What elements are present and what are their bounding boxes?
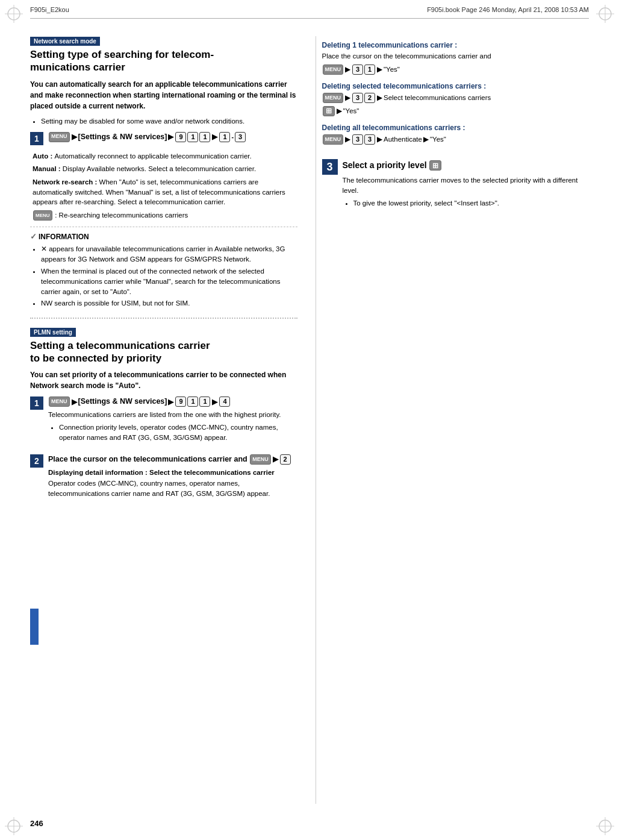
- delete-selected-section: Deleting selected telecommunications car…: [322, 82, 589, 116]
- step3-desc: The telecommunications carrier moves to …: [343, 175, 589, 195]
- delete-sel-menu-key: MENU: [323, 93, 344, 103]
- menu-key-1: MENU: [49, 132, 70, 142]
- delete-selected-keys2: ⊞ ▶ "Yes": [322, 105, 589, 116]
- step1-content: MENU ▶ [Settings & NW services] ▶ 9 1 1 …: [48, 131, 297, 145]
- plmn-step2-content: Place the cursor on the telecommunicatio…: [48, 454, 297, 501]
- step3-container: 3 Select a priority level ⊞ The telecomm…: [322, 159, 589, 213]
- plmn-step1-text: [Settings & NW services]: [78, 396, 167, 407]
- key-1-2: 1: [199, 132, 210, 142]
- plmn-menu-key: MENU: [49, 396, 70, 407]
- option-menu-icon: MENU : Re-searching telecommunications c…: [33, 210, 297, 221]
- delete-all-menu-key: MENU: [323, 134, 344, 145]
- plmn-step2-sub: Displaying detail information : Select t…: [48, 468, 297, 477]
- information-section: ✓ INFORMATION ✕ appears for unavailable …: [30, 227, 297, 309]
- plmn-step2-instruction: Place the cursor on the telecommunicatio…: [48, 454, 297, 465]
- option-network-research: Network re-search : When "Auto" is set, …: [33, 177, 297, 207]
- header-filename: F905i_E2kou: [30, 6, 69, 13]
- info-bullet-2: When the terminal is placed out of the c…: [41, 266, 297, 298]
- option-auto: Auto : Automatically reconnect to applic…: [33, 151, 297, 161]
- option-manual: Manual : Display Available networks. Sel…: [33, 164, 297, 174]
- delete-all-section: Deleting all telecommunications carriers…: [322, 124, 589, 145]
- step3-text: Select a priority level: [343, 159, 429, 172]
- step3-container-outer: 3 Select a priority level ⊞ The telecomm…: [322, 159, 589, 213]
- plmn-body: You can set priority of a telecommunicat…: [30, 369, 297, 391]
- delete-sel-key-2: 2: [364, 93, 375, 103]
- left-column: Network search mode Setting type of sear…: [30, 36, 303, 804]
- plmn-step1-bullets: Connection priority levels, operator cod…: [59, 422, 297, 444]
- info-bullet-1: ✕ appears for unavailable telecommunicat…: [41, 244, 297, 265]
- step3-number: 3: [322, 159, 338, 175]
- checkmark-icon: ✓: [30, 232, 37, 241]
- menu-icon-small: MENU: [33, 210, 52, 221]
- delete-all-key-3: 3: [352, 134, 363, 145]
- plmn-key-1-2: 1: [199, 396, 210, 407]
- delete-1-section: Deleting 1 telecommunications carrier : …: [322, 41, 589, 75]
- info-bullets: ✕ appears for unavailable telecommunicat…: [41, 244, 297, 309]
- plmn-badge: PLMN setting: [30, 328, 76, 337]
- step3-instruction: Select a priority level ⊞: [343, 159, 589, 172]
- content-area: Network search mode Setting type of sear…: [30, 36, 589, 804]
- plmn-key-9: 9: [175, 396, 186, 407]
- corner-mark-tr: [596, 5, 614, 23]
- info-title: INFORMATION: [39, 233, 89, 241]
- key-1-1: 1: [187, 132, 198, 142]
- page-outer: F905i_E2kou F905i.book Page 246 Monday, …: [0, 0, 619, 840]
- network-search-bullets: Setting may be disabled for some wave an…: [41, 116, 297, 127]
- plmn-key-1-1: 1: [187, 396, 198, 407]
- key-9-1: 9: [175, 132, 186, 142]
- step3-content: Select a priority level ⊞ The telecommun…: [343, 159, 589, 213]
- page-header: F905i_E2kou F905i.book Page 246 Monday, …: [30, 6, 589, 13]
- right-column: Deleting 1 telecommunications carrier : …: [316, 36, 589, 804]
- delete-1-label: Deleting 1 telecommunications carrier :: [322, 41, 589, 49]
- key-3-1: 3: [235, 132, 246, 142]
- step3-bullet-1: To give the lowest priority, select "<In…: [353, 198, 589, 208]
- step1-instruction: MENU ▶ [Settings & NW services] ▶ 9 1 1 …: [48, 131, 297, 143]
- header-book-info: F905i.book Page 246 Monday, April 21, 20…: [427, 6, 589, 13]
- plmn-step1-number: 1: [30, 396, 43, 410]
- info-bullet-3: NW search is possible for USIM, but not …: [41, 298, 297, 309]
- delete-all-yes: "Yes": [430, 134, 446, 145]
- delete-sel-yes: "Yes": [343, 106, 359, 116]
- delete-selected-keys: MENU ▶ 3 2 ▶ Select telecommunications c…: [322, 92, 589, 103]
- step1-text: [Settings & NW services]: [78, 131, 167, 143]
- key-1-3: 1: [219, 132, 230, 142]
- corner-mark-bl: [5, 817, 23, 835]
- step3-nav-key: ⊞: [429, 160, 441, 171]
- delete-sel-nav: ⊞: [323, 106, 335, 116]
- plmn-title: Setting a telecommunications carrierto b…: [30, 339, 297, 365]
- delete1-key-3: 3: [352, 64, 363, 75]
- plmn-step2-menu-key: MENU: [250, 454, 271, 465]
- delete1-menu-key: MENU: [323, 64, 344, 75]
- network-search-badge: Network search mode: [30, 37, 100, 46]
- plmn-bullet-1: Connection priority levels, operator cod…: [59, 422, 297, 444]
- network-search-body: You can automatically search for an appl…: [30, 79, 297, 111]
- delete-all-keys: MENU ▶ 3 3 ▶ Authenticate ▶ "Yes": [322, 134, 589, 145]
- delete1-yes: "Yes": [384, 64, 400, 75]
- plmn-key-4: 4: [219, 396, 230, 407]
- step3-bullets: To give the lowest priority, select "<In…: [353, 198, 589, 208]
- delete-all-key-3b: 3: [364, 134, 375, 145]
- corner-mark-tl: [5, 5, 23, 23]
- section-plmn: PLMN setting Setting a telecommunication…: [30, 327, 297, 501]
- network-search-title: Setting type of searching for telecom-mu…: [30, 48, 297, 74]
- info-header: ✓ INFORMATION: [30, 232, 297, 241]
- section-network-search: Network search mode Setting type of sear…: [30, 36, 297, 309]
- section-divider: [30, 318, 297, 319]
- plmn-step1-desc: Telecommunications carriers are listed f…: [48, 410, 297, 420]
- plmn-step1-content: MENU ▶ [Settings & NW services] ▶ 9 1 1 …: [48, 396, 297, 448]
- plmn-step2-container: 2 Place the cursor on the telecommunicat…: [30, 454, 297, 501]
- corner-mark-br: [596, 817, 614, 835]
- plmn-step2-desc: Operator codes (MCC-MNC), country names,…: [48, 478, 297, 498]
- step1-container: 1 MENU ▶ [Settings & NW services] ▶ 9 1 …: [30, 131, 297, 145]
- delete-all-label: Deleting all telecommunications carriers…: [322, 124, 589, 132]
- plmn-step1-instruction: MENU ▶ [Settings & NW services] ▶ 9 1 1 …: [48, 396, 297, 407]
- delete-1-instruction: Place the cursor on the telecommunicatio…: [322, 51, 589, 61]
- delete-selected-label: Deleting selected telecommunications car…: [322, 82, 589, 90]
- plmn-step2-key-2: 2: [280, 454, 291, 465]
- bullet-setting-disabled: Setting may be disabled for some wave an…: [41, 116, 297, 127]
- page-number: 246: [30, 819, 43, 828]
- delete-sel-key-3: 3: [352, 93, 363, 103]
- blue-sidebar-marker: [30, 609, 39, 645]
- header-line: [30, 18, 589, 19]
- step1-number: 1: [30, 132, 43, 145]
